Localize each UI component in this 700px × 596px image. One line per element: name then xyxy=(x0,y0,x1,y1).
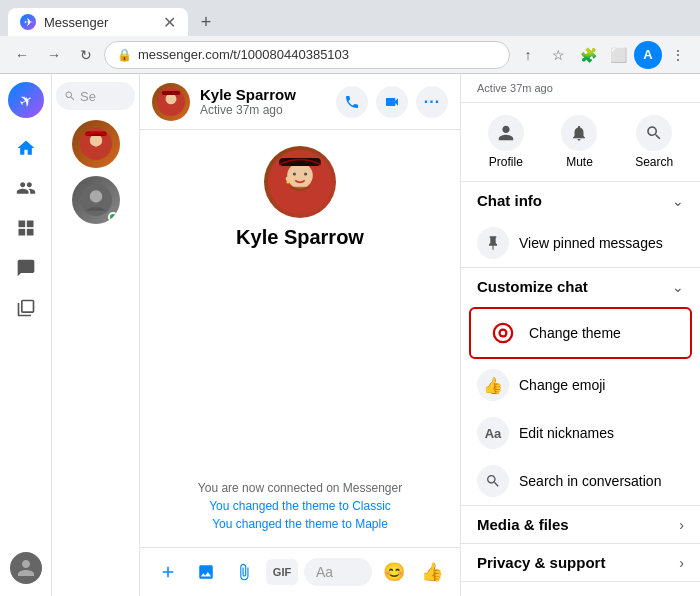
media-files-title: Media & files xyxy=(477,516,569,533)
customize-chat-chevron: ⌄ xyxy=(672,279,684,295)
svg-point-21 xyxy=(501,331,506,336)
menu-button[interactable]: ⋮ xyxy=(664,41,692,69)
chat-header-avatar xyxy=(152,83,190,121)
search-bar[interactable]: Se xyxy=(56,82,135,110)
message-input[interactable]: Aa xyxy=(304,558,372,586)
svg-rect-2 xyxy=(18,229,25,236)
edit-nicknames-label: Edit nicknames xyxy=(519,425,614,441)
chat-list-item-kyle[interactable] xyxy=(72,120,120,168)
refresh-button[interactable]: ↻ xyxy=(72,41,100,69)
profile-button[interactable]: A xyxy=(634,41,662,69)
url-text: messenger.com/t/100080440385103 xyxy=(138,47,497,62)
sidebar-item-groups[interactable] xyxy=(8,210,44,246)
system-msg-maple[interactable]: You changed the theme to Maple xyxy=(212,517,388,531)
nav-bar: ← → ↻ 🔒 messenger.com/t/100080440385103 … xyxy=(0,36,700,74)
address-bar[interactable]: 🔒 messenger.com/t/100080440385103 xyxy=(104,41,510,69)
sidebar-item-saved[interactable] xyxy=(8,290,44,326)
file-button[interactable] xyxy=(228,556,260,588)
more-options-button[interactable]: ··· xyxy=(416,86,448,118)
customize-chat-header[interactable]: Customize chat ⌄ xyxy=(461,268,700,305)
messenger-logo: ✈ xyxy=(8,82,44,118)
phone-call-button[interactable] xyxy=(336,86,368,118)
privacy-support-title: Privacy & support xyxy=(477,554,605,571)
chat-header-actions: ··· xyxy=(336,86,448,118)
browser-chrome: ✈ Messenger ✕ + ← → ↻ 🔒 messenger.com/t/… xyxy=(0,0,700,74)
customize-chat-section: Customize chat ⌄ Change theme xyxy=(461,268,700,506)
emoji-icon: 👍 xyxy=(477,369,509,401)
user-avatar[interactable] xyxy=(10,552,42,584)
view-pinned-messages-item[interactable]: View pinned messages xyxy=(461,219,700,267)
media-files-section: Media & files › xyxy=(461,506,700,544)
tab-favicon: ✈ xyxy=(20,14,36,30)
privacy-support-section: Privacy & support › xyxy=(461,544,700,582)
theme-icon xyxy=(487,317,519,349)
privacy-support-header[interactable]: Privacy & support › xyxy=(461,544,700,581)
active-tab[interactable]: ✈ Messenger ✕ xyxy=(8,8,188,36)
chat-header-info: Kyle Sparrow Active 37m ago xyxy=(200,86,326,117)
svg-point-13 xyxy=(287,163,313,189)
mute-action[interactable]: Mute xyxy=(561,115,597,169)
tab-title: Messenger xyxy=(44,15,155,30)
forward-button[interactable]: → xyxy=(40,41,68,69)
change-emoji-label: Change emoji xyxy=(519,377,605,393)
back-button[interactable]: ← xyxy=(8,41,36,69)
system-msg-classic[interactable]: You changed the theme to Classic xyxy=(209,499,391,513)
chat-user-name-large: Kyle Sparrow xyxy=(236,226,364,249)
video-call-button[interactable] xyxy=(376,86,408,118)
chat-list: Se xyxy=(52,74,140,596)
gif-button[interactable]: GIF xyxy=(266,559,298,585)
split-view-button[interactable]: ⬜ xyxy=(604,41,632,69)
sidebar-item-home[interactable] xyxy=(8,130,44,166)
svg-point-10 xyxy=(166,93,177,104)
svg-point-8 xyxy=(89,190,101,202)
change-theme-item[interactable]: Change theme xyxy=(469,307,692,359)
add-button[interactable] xyxy=(152,556,184,588)
search-conversation-label: Search in conversation xyxy=(519,473,661,489)
tab-bar: ✈ Messenger ✕ + xyxy=(0,0,700,36)
chat-info-header[interactable]: Chat info ⌄ xyxy=(461,182,700,219)
media-files-header[interactable]: Media & files › xyxy=(461,506,700,543)
change-emoji-item[interactable]: 👍 Change emoji xyxy=(461,361,700,409)
media-files-chevron: › xyxy=(679,517,684,533)
change-theme-row[interactable]: Change theme xyxy=(471,309,690,357)
chat-info-title: Chat info xyxy=(477,192,542,209)
emoji-button[interactable]: 😊 xyxy=(378,556,410,588)
search-action[interactable]: Search xyxy=(635,115,673,169)
edit-nicknames-item[interactable]: Aa Edit nicknames xyxy=(461,409,700,457)
nicknames-icon: Aa xyxy=(477,417,509,449)
sidebar-item-people[interactable] xyxy=(8,170,44,206)
chat-status: Active 37m ago xyxy=(200,103,326,117)
change-theme-label: Change theme xyxy=(529,325,621,341)
app-container: ✈ Se xyxy=(0,74,700,596)
search-conversation-item[interactable]: Search in conversation xyxy=(461,457,700,505)
extensions-button[interactable]: 🧩 xyxy=(574,41,602,69)
search-placeholder: Se xyxy=(80,89,96,104)
photo-button[interactable] xyxy=(190,556,222,588)
svg-rect-11 xyxy=(162,91,181,95)
sidebar-item-messages[interactable] xyxy=(8,250,44,286)
chat-list-item-user2[interactable] xyxy=(72,176,120,224)
share-button[interactable]: ↑ xyxy=(514,41,542,69)
active-status: Active 37m ago xyxy=(461,74,700,103)
privacy-support-chevron: › xyxy=(679,555,684,571)
mute-icon xyxy=(561,115,597,151)
svg-point-15 xyxy=(293,172,296,175)
chat-messages: Kyle Sparrow You are now connected on Me… xyxy=(140,130,460,547)
sidebar-icons: ✈ xyxy=(0,74,52,596)
svg-rect-0 xyxy=(18,221,25,228)
like-button[interactable]: 👍 xyxy=(416,556,448,588)
search-label: Search xyxy=(635,155,673,169)
new-tab-button[interactable]: + xyxy=(192,8,220,36)
search-icon xyxy=(636,115,672,151)
system-messages: You are now connected on Messenger You c… xyxy=(156,481,444,531)
svg-point-16 xyxy=(304,172,307,175)
chat-input-area: GIF Aa 😊 👍 xyxy=(140,547,460,596)
profile-action[interactable]: Profile xyxy=(488,115,524,169)
bookmark-button[interactable]: ☆ xyxy=(544,41,572,69)
chat-name: Kyle Sparrow xyxy=(200,86,326,103)
chat-info-section: Chat info ⌄ View pinned messages xyxy=(461,182,700,268)
system-msg-connected: You are now connected on Messenger xyxy=(198,481,402,495)
online-indicator xyxy=(108,212,118,222)
pin-icon xyxy=(477,227,509,259)
tab-close-button[interactable]: ✕ xyxy=(163,13,176,32)
